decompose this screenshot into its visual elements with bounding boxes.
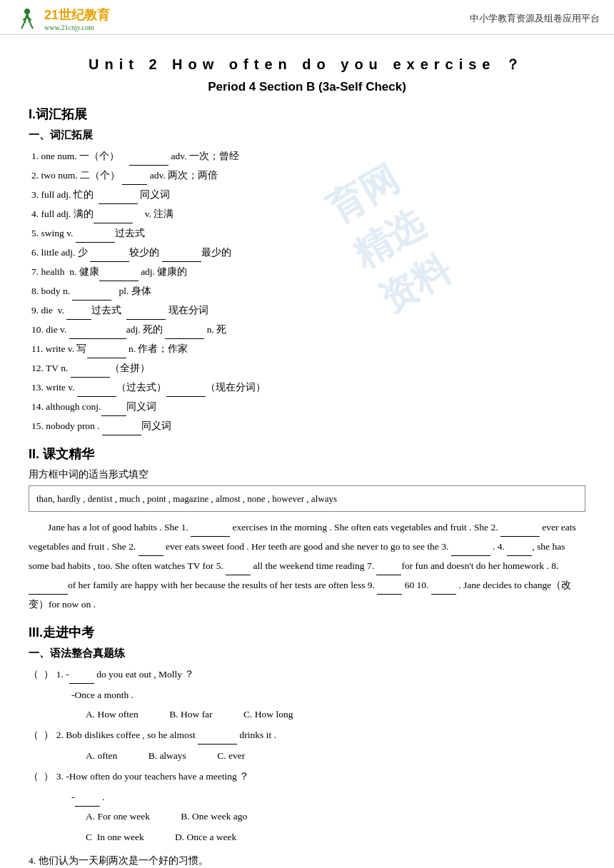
question-2: （ ） 2. Bob dislikes coffee , so he almos… <box>29 725 585 765</box>
question-3: （ ） 3. -How often do your teachers have … <box>29 767 585 847</box>
list-item: 1. one num. 一（个） adv. 一次；曾经 <box>31 146 585 166</box>
q1-bracket: （ ） <box>29 665 54 684</box>
list-item: 11. write v. 写 n. 作者；作家 <box>31 339 585 358</box>
question-4: 4. 他们认为一天刷两次是一个好的习惯。 <box>29 851 585 868</box>
q3-answer: - . <box>29 787 585 807</box>
list-item: 4. full adj. 满的 v. 注满 <box>31 204 585 223</box>
q4-text: 4. 他们认为一天刷两次是一个好的习惯。 <box>29 855 208 866</box>
q3-choices-row2: C In one week D. Once a week <box>29 827 585 847</box>
q3-choice-d: D. Once a week <box>175 827 236 847</box>
q1-choice-b: B. How far <box>169 705 212 724</box>
q2-choices: A. often B. always C. ever <box>29 746 585 765</box>
list-item: 6. little adj. 少 较少的 最少的 <box>31 243 585 262</box>
q1-choice-c: C. How long <box>243 705 293 724</box>
list-item: 7. health n. 健康 adj. 健康的 <box>31 262 585 281</box>
svg-point-0 <box>24 9 30 14</box>
list-item: 10. die v. adj. 死的 n. 死 <box>31 320 585 339</box>
svg-line-4 <box>30 23 33 29</box>
section3: III.走进中考 一、语法整合真题练 （ ） 1. - do you eat o… <box>29 624 585 868</box>
doc-title: Unit 2 How often do you exercise ？ <box>29 55 585 74</box>
list-item: 12. TV n. （全拼） <box>31 358 585 378</box>
doc-subtitle: Period 4 Section B (3a-Self Check) <box>29 80 585 94</box>
list-item: 9. die v. 过去式 现在分词 <box>31 301 585 320</box>
list-item: 15. nobody pron . 同义词 <box>31 416 585 435</box>
vocab-list: 1. one num. 一（个） adv. 一次；曾经 2. two num. … <box>29 146 585 435</box>
q2-choice-c: C. ever <box>217 746 245 765</box>
q2-bracket: （ ） <box>29 725 54 745</box>
q1-stem: 1. - do you eat out , Molly ？ <box>56 665 195 684</box>
main-content: Unit 2 How often do you exercise ？ Perio… <box>0 35 614 868</box>
section3-sub-title: 一、语法整合真题练 <box>29 647 585 660</box>
q3-choice-b: B. One week ago <box>181 807 247 826</box>
q3-bracket: （ ） <box>29 767 54 786</box>
q3-choice-a: A. For one week <box>86 807 150 826</box>
list-item: 8. body n. pl. 身体 <box>31 281 585 301</box>
q2-choice-b: B. always <box>149 746 186 765</box>
logo-title: 21世纪教育 <box>44 6 110 24</box>
q2-stem: 2. Bob dislikes coffee , so he almost dr… <box>56 725 276 745</box>
q2-choice-a: A. often <box>86 746 117 765</box>
section2: II. 课文精华 用方框中词的适当形式填空 than, hardly , den… <box>29 445 585 614</box>
logo-area: 21世纪教育 www.21cnjy.com <box>14 6 110 31</box>
q1-choice-a: A. How often <box>86 705 139 724</box>
svg-line-3 <box>21 23 24 29</box>
q3-choice-c: C In one week <box>86 827 144 847</box>
fill-instruction: 用方框中词的适当形式填空 <box>29 468 585 481</box>
word-box: than, hardly , dentist , much , point , … <box>29 485 585 512</box>
list-item: 3. full adj. 忙的 同义词 <box>31 185 585 204</box>
section3-title: III.走进中考 <box>29 624 585 641</box>
logo-subtitle: www.21cnjy.com <box>44 24 110 31</box>
q3-stem: 3. -How often do your teachers have a me… <box>56 767 249 786</box>
list-item: 5. swing v. 过去式 <box>31 223 585 243</box>
passage-text: Jane has a lot of good habits . She 1. e… <box>29 518 585 614</box>
list-item: 2. two num. 二（个） adv. 两次；两倍 <box>31 166 585 185</box>
grammar-list: （ ） 1. - do you eat out , Molly ？ -Once … <box>29 665 585 868</box>
section2-title: II. 课文精华 <box>29 445 585 463</box>
question-1: （ ） 1. - do you eat out , Molly ？ -Once … <box>29 665 585 724</box>
q1-answer: -Once a month . <box>29 685 585 705</box>
section1-sub-title: 一、词汇拓展 <box>29 128 585 142</box>
q1-choices: A. How often B. How far C. How long <box>29 705 585 724</box>
logo-icon <box>14 6 40 31</box>
section1-title: I.词汇拓展 <box>29 106 585 123</box>
list-item: 14. although conj.同义词 <box>31 397 585 416</box>
page-header: 21世纪教育 www.21cnjy.com 中小学教育资源及组卷应用平台 <box>0 0 614 35</box>
q3-choices-row1: A. For one week B. One week ago <box>29 807 585 826</box>
list-item: 13. write v. （过去式）（现在分词） <box>31 378 585 397</box>
header-site-label: 中小学教育资源及组卷应用平台 <box>470 12 600 25</box>
